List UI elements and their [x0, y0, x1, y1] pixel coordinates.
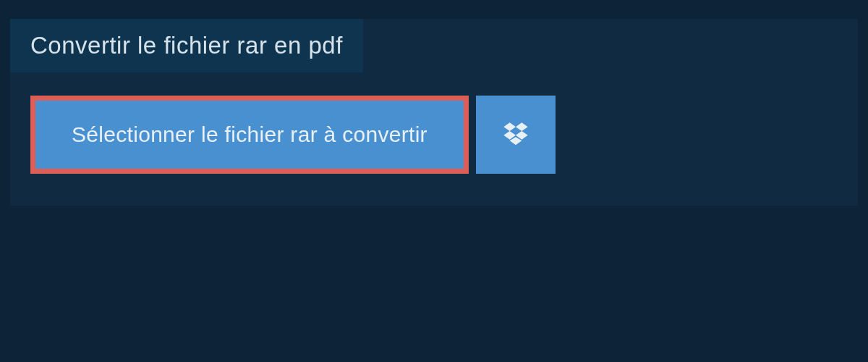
page-title: Convertir le fichier rar en pdf	[30, 32, 343, 59]
action-row: Sélectionner le fichier rar à convertir	[30, 96, 858, 174]
dropbox-button[interactable]	[476, 96, 556, 174]
converter-panel: Convertir le fichier rar en pdf Sélectio…	[10, 19, 858, 206]
dropbox-icon	[501, 120, 530, 149]
title-bar: Convertir le fichier rar en pdf	[10, 19, 363, 72]
select-file-label: Sélectionner le fichier rar à convertir	[72, 122, 427, 147]
select-file-button[interactable]: Sélectionner le fichier rar à convertir	[30, 96, 469, 174]
